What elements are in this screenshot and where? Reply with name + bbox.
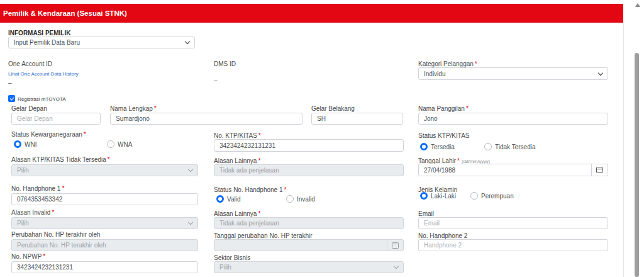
status-no-handphone-1-label: Status No. Handphone 1*	[214, 186, 286, 193]
one-account-id-value: –	[8, 79, 12, 86]
radio-label: Valid	[227, 196, 241, 203]
calendar-icon	[392, 242, 399, 249]
chevron-down-icon	[188, 167, 193, 172]
nama-panggilan-input[interactable]	[418, 113, 608, 125]
radio-dot	[470, 192, 478, 200]
status-ktp-kitas-label: Status KTP/KITAS	[418, 132, 470, 139]
chevron-down-icon	[394, 264, 399, 269]
gelar-depan-input[interactable]	[11, 113, 101, 125]
kategori-pelanggan-selected-value: Individu	[424, 71, 445, 77]
alasan-invalid-selected-value: Pilih	[17, 220, 29, 227]
calendar-icon	[596, 167, 603, 173]
page-title: Pemilik & Kendaraan (Sesuai STNK)	[3, 9, 127, 17]
alasan-ktp-label: Alasan KTP/KITAS Tidak Tersedia*	[11, 156, 110, 163]
perubahan-hp-oleh-input: Perubahan No. HP terakhir oleh	[11, 239, 198, 251]
radio-wna[interactable]: WNA	[107, 140, 132, 148]
tanggal-lahir-value: 27/04/1988	[419, 167, 591, 174]
nama-lengkap-input[interactable]	[110, 113, 303, 125]
content-right-divider	[623, 23, 624, 277]
radio-valid[interactable]: Valid	[216, 195, 241, 203]
sektor-bisnis-select: Pilih	[214, 261, 404, 273]
radio-tersedia[interactable]: Tersedia	[420, 143, 455, 150]
radio-label: Tidak Tersedia	[495, 144, 535, 150]
vertical-scrollbar-thumb[interactable]	[635, 53, 639, 277]
radio-label: Laki-Laki	[431, 193, 456, 200]
radio-dot	[107, 140, 114, 148]
alasan-lainnya-hp-label: Alasan Lainnya*	[214, 210, 260, 217]
one-account-history-link[interactable]: Lihat One Account Data History	[8, 71, 79, 77]
tanggal-perubahan-hp-input	[214, 239, 404, 251]
radio-perempuan[interactable]: Perempuan	[470, 192, 514, 200]
alasan-ktp-selected-value: Pilih	[17, 167, 29, 174]
gelar-belakang-input[interactable]	[311, 113, 403, 125]
alasan-invalid-label: Alasan Invalid*	[11, 209, 54, 216]
radio-dot-selected	[216, 195, 224, 203]
no-npwp-label: No. NPWP*	[11, 253, 45, 260]
scroll-up-icon[interactable]	[635, 3, 640, 7]
page-header: Pemilik & Kendaraan (Sesuai STNK)	[0, 4, 623, 23]
no-handphone-1-input[interactable]	[11, 193, 198, 205]
status-kewarganegaraan-label: Status Kewarganegaraan*	[11, 131, 86, 138]
alasan-invalid-select: Pilih	[11, 217, 198, 229]
tanggal-perubahan-calendar-button	[387, 240, 403, 251]
radio-wni[interactable]: WNI	[14, 140, 36, 148]
form-page: Pemilik & Kendaraan (Sesuai STNK) INFORM…	[0, 0, 644, 277]
no-npwp-input[interactable]	[11, 261, 198, 273]
sektor-bisnis-label: Sektor Bisnis	[214, 254, 250, 261]
alasan-lainnya-hp-input: Tidak ada penjelasan	[214, 217, 404, 229]
gelar-depan-label: Gelar Depan	[11, 105, 47, 112]
radio-dot-selected	[14, 140, 21, 148]
radio-dot	[286, 195, 294, 203]
registrasi-mtoyota-label: Registrasi mTOYOTA	[18, 96, 66, 102]
alasan-ktp-select: Pilih	[11, 164, 198, 176]
chevron-down-icon	[188, 220, 193, 225]
sektor-bisnis-selected-value: Pilih	[219, 264, 231, 271]
one-account-id-label: One Account ID	[8, 60, 52, 67]
tanggal-lahir-input[interactable]: 27/04/1988	[418, 164, 608, 176]
no-ktp-kitas-input[interactable]	[214, 139, 404, 152]
dms-id-value: –	[214, 77, 218, 84]
radio-dot-selected	[420, 192, 428, 200]
dms-id-label: DMS ID	[214, 60, 236, 67]
email-input[interactable]	[418, 217, 608, 229]
no-handphone-1-label: No. Handphone 1*	[11, 185, 64, 192]
registrasi-mtoyota-checkbox[interactable]	[8, 95, 15, 102]
radio-dot	[484, 143, 492, 150]
alasan-lainnya-ktp-input: Tidak ada penjelasan	[214, 164, 404, 176]
radio-invalid[interactable]: Invalid	[286, 195, 315, 203]
chevron-down-icon	[598, 70, 603, 75]
disabled-input-text: Tidak ada penjelasan	[219, 167, 279, 174]
radio-label: Perempuan	[481, 193, 514, 200]
radio-label: Tersedia	[431, 144, 455, 150]
disabled-input-text: Tidak ada penjelasan	[219, 220, 279, 227]
perubahan-hp-oleh-label: Perubahan No. HP terakhir oleh	[11, 231, 101, 238]
radio-label: Invalid	[297, 196, 315, 203]
gelar-belakang-label: Gelar Belakang	[311, 105, 355, 112]
radio-label: WNA	[118, 141, 132, 148]
no-handphone-2-label: No. Handphone 2	[418, 232, 467, 239]
tanggal-perubahan-hp-label: Tanggal perubahan No. HP terakhir	[214, 232, 313, 239]
radio-tidak-tersedia[interactable]: Tidak Tersedia	[484, 143, 535, 150]
no-ktp-kitas-label: No. KTP/KITAS*	[214, 132, 261, 139]
radio-laki-laki[interactable]: Laki-Laki	[420, 192, 456, 200]
disabled-input-text: Perubahan No. HP terakhir oleh	[17, 242, 106, 249]
section-title-informasi-pemilik: INFORMASI PEMILIK	[8, 30, 70, 37]
radio-dot-selected	[420, 143, 428, 150]
nama-panggilan-label: Nama Panggilan*	[418, 105, 469, 112]
nama-lengkap-label: Nama Lengkap*	[110, 105, 157, 112]
email-label: Email	[418, 210, 434, 217]
kategori-pelanggan-select[interactable]: Individu	[418, 67, 608, 80]
chevron-down-icon	[185, 39, 190, 44]
input-pemilik-selected-value: Input Pemilik Data Baru	[14, 39, 80, 46]
tanggal-lahir-calendar-button[interactable]	[591, 164, 608, 176]
radio-label: WNI	[25, 141, 36, 148]
input-pemilik-select[interactable]: Input Pemilik Data Baru	[8, 37, 195, 48]
no-handphone-2-input[interactable]	[418, 239, 608, 251]
kategori-pelanggan-label: Kategori Pelanggan*	[418, 60, 477, 67]
alasan-lainnya-ktp-label: Alasan Lainnya*	[214, 157, 260, 164]
